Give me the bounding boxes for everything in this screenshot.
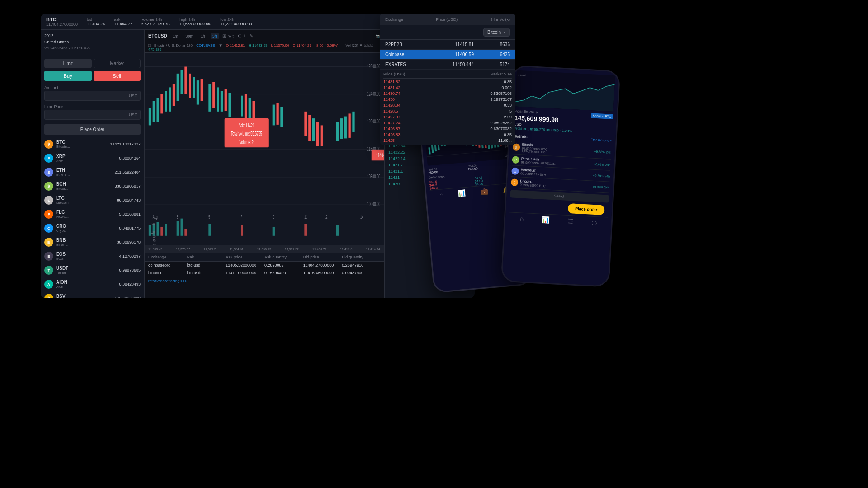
usdt-icon: T — [44, 266, 53, 275]
svg-rect-51 — [316, 122, 319, 146]
eth-icon: Ξ — [44, 168, 53, 177]
tab-limit[interactable]: Limit — [44, 59, 92, 68]
svg-rect-50 — [312, 118, 315, 141]
svg-rect-72 — [184, 229, 187, 236]
phone-right-screen: 1 month Portfolio value 145,609,999.98 U… — [502, 66, 619, 286]
svg-rect-57 — [352, 112, 354, 132]
nav-wallet-right[interactable]: ☰ — [567, 217, 574, 225]
svg-rect-45 — [273, 105, 275, 126]
place-order-phone-button[interactable]: Place order — [568, 203, 605, 215]
sell-button[interactable]: Sell — [94, 71, 141, 81]
timeframe-1m[interactable]: 1m — [171, 33, 180, 39]
ec-row-exrates[interactable]: EXRATES 11450.444 5174 — [380, 60, 515, 70]
svg-rect-30 — [184, 67, 187, 94]
svg-text:Ask: 11421: Ask: 11421 — [239, 122, 255, 128]
svg-rect-25 — [165, 91, 167, 112]
timeframe-3h[interactable]: 3h — [211, 33, 219, 39]
svg-text:10000.00: 10000.00 — [367, 201, 381, 207]
crypto-item-flc[interactable]: F FLC FlowC... 5.32168881 — [41, 207, 144, 221]
svg-text:10800.00: 10800.00 — [367, 174, 381, 179]
svg-text:12400.00: 12400.00 — [367, 91, 381, 97]
ltc-icon: Ł — [44, 196, 53, 205]
high-24h: high 24h 11,585.00000000 — [179, 17, 211, 26]
svg-rect-42 — [245, 94, 247, 118]
pm-row: 11431.42 0.002 — [383, 84, 512, 90]
pm-header: Price (USD) Market Size — [383, 72, 512, 79]
exchange-row-coinbasepro[interactable]: coinbasepro btc-usd 11405.32000000 0.289… — [145, 262, 384, 269]
bitcoin-wallet-icon: ₿ — [513, 143, 520, 151]
nav-trading[interactable]: 📊 — [458, 189, 466, 197]
exchange-row-binance[interactable]: binance btc-usdt 11417.00000000 0.756964… — [145, 269, 384, 277]
buy-sell-buttons: Buy Sell — [41, 71, 144, 84]
advanced-trading-link[interactable]: r/r/advancedtrading >>> — [145, 277, 384, 285]
crypto-item-eos[interactable]: E EOS EOS 4.12760297 — [41, 249, 144, 263]
svg-text:12000.00: 12000.00 — [367, 118, 381, 124]
nav-home-right[interactable]: ⌂ — [520, 215, 524, 222]
ec-header: Exchange Price (USD) 24hr Vol(k) — [380, 14, 515, 25]
timeframe-1h[interactable]: 1h — [199, 33, 207, 39]
svg-line-111 — [427, 149, 516, 157]
crypto-item-cro[interactable]: C CRO Crypt... 0.04881775 — [41, 221, 144, 235]
left-sidebar: 2012 United States Vol 24h 25467.7205161… — [41, 30, 145, 298]
svg-text:Total volume: 55.5765: Total volume: 55.5765 — [231, 131, 262, 136]
nav-home[interactable]: ⌂ — [439, 191, 443, 199]
crypto-item-usdt[interactable]: T USDT Tether 0.99873685 — [41, 263, 144, 277]
svg-rect-37 — [217, 87, 219, 111]
pm-row: 11428.5 5 — [383, 108, 512, 114]
ec-row-coinbase[interactable]: Coinbase 11406.59 6425 — [380, 50, 515, 60]
btc-symbol: BTC 11,404.27000000 — [46, 17, 78, 27]
pm-row: 11426.87 0.63070082 — [383, 126, 512, 131]
pm-row: 11426.83 0.35 — [383, 131, 512, 137]
svg-rect-41 — [241, 96, 243, 117]
chart-pair: BTCUSD — [148, 33, 167, 38]
bitcoin-dropdown[interactable]: Bitcoin — [380, 25, 515, 40]
portfolio-header: Portfolio value 145,609,999.98 USD Profi… — [514, 109, 613, 138]
place-order-button[interactable]: Place Order — [44, 124, 141, 135]
timeframe-30m[interactable]: 30m — [184, 33, 195, 39]
amount-section: Amount : USD — [41, 84, 144, 103]
buy-button[interactable]: Buy — [44, 71, 92, 81]
svg-rect-22 — [153, 101, 155, 122]
limit-price-section: Limit Price : USD — [41, 103, 144, 122]
crypto-item-aion[interactable]: A AION Aion 0.08428493 — [41, 277, 144, 291]
ec-row-p2pb2b[interactable]: P2PB2B 11415.81 8636 — [380, 40, 515, 50]
limit-price-input[interactable]: USD — [44, 110, 141, 120]
svg-rect-32 — [193, 77, 195, 98]
svg-rect-74 — [241, 225, 243, 236]
nav-portfolio[interactable]: 📊 — [542, 216, 550, 224]
price-chart: 12800.00 12400.00 12000.00 11600.00 1080… — [145, 53, 384, 253]
svg-rect-27 — [173, 84, 175, 106]
portfolio-chart-svg: 1 month — [515, 70, 615, 112]
svg-rect-29 — [181, 70, 183, 94]
cro-icon: C — [44, 224, 53, 233]
svg-rect-47 — [280, 107, 283, 127]
svg-rect-43 — [249, 98, 251, 120]
svg-rect-53 — [336, 122, 339, 141]
svg-rect-28 — [177, 74, 179, 101]
show-btc-button[interactable]: Show in BTC — [591, 113, 613, 119]
price-axis: 11,373.49 11,375.97 11,379.2 11,384.31 1… — [145, 245, 384, 253]
svg-text:9: 9 — [273, 214, 274, 220]
exchange-table-header: Exchange Pair Ask price Ask quantity Bid… — [145, 253, 384, 262]
crypto-item-bsv[interactable]: ₿ BSV Bitcoi... 142.69177009 — [41, 291, 144, 298]
nav-activity-right[interactable]: ◌ — [591, 219, 597, 226]
crypto-list: ₿ BTC Bitcoin... 11421.13217327 ✕ XRP XR… — [41, 137, 144, 298]
crypto-item-ltc[interactable]: Ł LTC Litecoin 86.00584743 — [41, 193, 144, 207]
chart-info-bar: □ Bitcoin / U.S. Dollar 180 COINBASE ▼ O… — [145, 42, 384, 53]
crypto-item-xrp[interactable]: ✕ XRP XRP 0.30084364 — [41, 151, 144, 165]
tab-market[interactable]: Market — [94, 59, 141, 68]
crypto-item-bch[interactable]: ₿ BCH Bitcoi... 330.81905817 — [41, 179, 144, 193]
crypto-item-btc[interactable]: ₿ BTC Bitcoin... 11421.13217327 — [41, 137, 144, 151]
crypto-item-bnb[interactable]: B BNB Binan... 30.30696178 — [41, 235, 144, 249]
nav-wallet[interactable]: 💼 — [480, 187, 488, 195]
crypto-item-eth[interactable]: Ξ ETH Ethere... 211.65922404 — [41, 165, 144, 179]
svg-rect-52 — [321, 125, 323, 146]
amount-input[interactable]: USD — [44, 91, 141, 101]
pm-row: 11431.82 0.35 — [383, 79, 512, 84]
chart-canvas: 12800.00 12400.00 12000.00 11600.00 1080… — [145, 53, 384, 253]
xrp-icon: ✕ — [44, 154, 53, 163]
svg-rect-40 — [229, 93, 231, 117]
svg-rect-35 — [208, 84, 211, 112]
svg-text:12800.00: 12800.00 — [367, 63, 381, 69]
svg-rect-71 — [181, 219, 183, 236]
